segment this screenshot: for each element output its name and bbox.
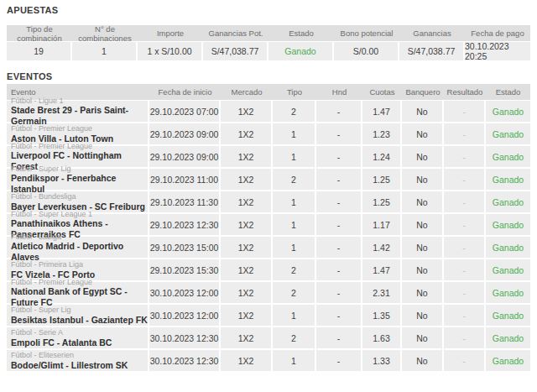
- event-market: 1X2: [221, 146, 273, 167]
- event-text-stack: Fútbol - Super LigBesiktas Istanbul - Ga…: [11, 306, 148, 325]
- event-start-date: 29.10.2023 11:30: [149, 191, 221, 212]
- event-start-date: 29.10.2023 15:00: [149, 237, 221, 258]
- event-market: 1X2: [221, 327, 273, 348]
- event-banker: No: [402, 327, 444, 348]
- event-result: -: [444, 146, 486, 167]
- bet-status-badge: Ganado: [268, 42, 334, 60]
- event-type: 2: [273, 169, 316, 190]
- event-row: Fútbol - EliteserienBodoe/Glimt - Lilles…: [7, 350, 530, 373]
- event-handicap: -: [316, 101, 362, 122]
- event-market: 1X2: [221, 191, 273, 212]
- event-league-label: Fútbol - Serie A: [11, 328, 112, 337]
- apuestas-header-cell-1: N° de combinaciones: [72, 25, 138, 41]
- event-market: 1X2: [221, 101, 273, 122]
- event-cell: Fútbol - EliteserienBodoe/Glimt - Lilles…: [7, 350, 149, 371]
- event-league-label: Fútbol - Premier League: [11, 142, 148, 151]
- event-start-date: 30.10.2023 12:00: [149, 282, 221, 303]
- event-start-date: 30.10.2023 12:30: [149, 327, 221, 348]
- event-cell: Fútbol - Serie AEmpoli FC - Atalanta BC: [7, 327, 149, 348]
- event-banker: No: [402, 169, 444, 190]
- event-result: -: [444, 237, 486, 258]
- event-text-stack: Fútbol - Ligue 1Stade Brest 29 - Paris S…: [11, 97, 148, 127]
- event-cell: Fútbol - Premier LeagueNational Bank of …: [7, 282, 149, 303]
- event-handicap: -: [316, 259, 362, 280]
- event-text-stack: Fútbol - EliteserienBodoe/Glimt - Lilles…: [11, 351, 128, 370]
- event-status-badge: Ganado: [486, 191, 530, 212]
- event-status-badge: Ganado: [486, 305, 530, 326]
- event-start-date: 29.10.2023 11:00: [149, 169, 221, 190]
- event-cell: Fútbol - Super LigPendikspor - Fenerbahc…: [7, 169, 149, 190]
- event-league-label: Fútbol - Super Lig: [11, 165, 148, 174]
- event-type: 1: [273, 146, 316, 167]
- event-odds: 1.17: [362, 214, 402, 235]
- event-handicap: -: [316, 123, 362, 144]
- event-cell: Fútbol - LaLigaAtletico Madrid - Deporti…: [7, 237, 149, 258]
- eventos-section-title: EVENTOS: [7, 71, 530, 81]
- apuestas-header-cell-7: Fecha de pago: [465, 25, 530, 41]
- bet-potential-bonus: S/0.00: [334, 42, 399, 60]
- event-banker: No: [402, 101, 444, 122]
- eventos-header-cell-1: Fecha de inicio: [149, 84, 221, 100]
- event-league-label: Fútbol - Primeira Liga: [11, 260, 95, 269]
- apuestas-header-cell-0: Tipo de combinación: [7, 25, 72, 41]
- event-market: 1X2: [221, 282, 273, 303]
- event-odds: 1.35: [362, 305, 402, 326]
- event-row: Fútbol - Super LigBesiktas Istanbul - Ga…: [7, 305, 530, 327]
- bet-combination-count: 1: [72, 42, 138, 60]
- event-status-badge: Ganado: [486, 237, 530, 258]
- event-result: -: [444, 282, 486, 303]
- event-result: -: [444, 214, 486, 235]
- apuestas-header-row: Tipo de combinaciónN° de combinacionesIm…: [7, 25, 530, 41]
- event-league-label: Fútbol - Eliteserien: [11, 351, 128, 360]
- eventos-header-cell-7: Resultado: [444, 84, 486, 100]
- event-status-badge: Ganado: [486, 327, 530, 348]
- bet-winnings: S/47,038.77: [399, 42, 465, 60]
- event-odds: 1.33: [362, 350, 402, 371]
- eventos-table: EventoFecha de inicioMercadoTipoHndCuota…: [7, 84, 530, 373]
- event-text-stack: Fútbol - Super LigPendikspor - Fenerbahc…: [11, 165, 148, 195]
- event-status-badge: Ganado: [486, 214, 530, 235]
- event-banker: No: [402, 123, 444, 144]
- event-type: 1: [273, 350, 316, 371]
- event-start-date: 29.10.2023 09:00: [149, 146, 221, 167]
- event-row: Fútbol - LaLigaAtletico Madrid - Deporti…: [7, 237, 530, 259]
- event-league-label: Fútbol - Ligue 1: [11, 97, 148, 106]
- event-type: 1: [273, 237, 316, 258]
- event-banker: No: [402, 191, 444, 212]
- event-start-date: 29.10.2023 15:30: [149, 259, 221, 280]
- event-odds: 2.31: [362, 282, 402, 303]
- event-type: 2: [273, 101, 316, 122]
- event-league-label: Fútbol - Super League 1: [11, 210, 148, 219]
- event-result: -: [444, 327, 486, 348]
- event-banker: No: [402, 259, 444, 280]
- event-type: 2: [273, 259, 316, 280]
- event-result: -: [444, 259, 486, 280]
- event-status-badge: Ganado: [486, 123, 530, 144]
- event-result: -: [444, 350, 486, 371]
- apuestas-header-cell-6: Ganancias: [399, 25, 465, 41]
- event-league-label: Fútbol - Bundesliga: [11, 192, 145, 201]
- event-handicap: -: [316, 214, 362, 235]
- event-handicap: -: [316, 282, 362, 303]
- apuestas-table: Tipo de combinaciónN° de combinacionesIm…: [7, 25, 530, 60]
- bet-history-page: APUESTAS Tipo de combinaciónN° de combin…: [0, 0, 537, 373]
- event-status-badge: Ganado: [486, 259, 530, 280]
- bet-payout-date: 30.10.2023 20:25: [465, 42, 530, 60]
- event-market: 1X2: [221, 123, 273, 144]
- event-result: -: [444, 169, 486, 190]
- event-market: 1X2: [221, 169, 273, 190]
- event-status-badge: Ganado: [486, 169, 530, 190]
- event-banker: No: [402, 237, 444, 258]
- event-row: Fútbol - Serie AEmpoli FC - Atalanta BC3…: [7, 327, 530, 350]
- event-handicap: -: [316, 305, 362, 326]
- event-start-date: 29.10.2023 12:30: [149, 214, 221, 235]
- event-banker: No: [402, 350, 444, 371]
- event-text-stack: Fútbol - Premier LeagueNational Bank of …: [11, 278, 148, 308]
- event-start-date: 29.10.2023 09:00: [149, 123, 221, 144]
- eventos-header-cell-3: Tipo: [273, 84, 316, 100]
- event-banker: No: [402, 305, 444, 326]
- eventos-header-cell-2: Mercado: [221, 84, 273, 100]
- event-status-badge: Ganado: [486, 350, 530, 371]
- event-market: 1X2: [221, 259, 273, 280]
- event-status-badge: Ganado: [486, 282, 530, 303]
